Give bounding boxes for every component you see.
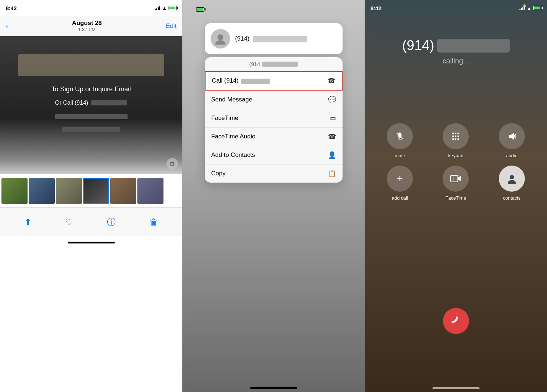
signal-icon-3	[519, 6, 525, 10]
contacts-button[interactable]: contacts	[488, 166, 536, 201]
status-time-3: 8:42	[370, 5, 381, 11]
nav-bar-photos: ‹ August 28 1:37 PM Edit	[0, 16, 182, 36]
calling-number-blurred	[437, 39, 510, 53]
battery-fill	[169, 7, 175, 9]
contact-avatar	[211, 29, 230, 49]
back-button[interactable]: ‹	[6, 22, 8, 30]
photo-corner-button[interactable]: ⊡	[166, 158, 178, 170]
copy-icon: 📋	[328, 170, 336, 178]
signal-icon	[155, 6, 160, 10]
thumbnail-2[interactable]	[29, 178, 55, 204]
facetime-audio-label: FaceTime Audio	[211, 133, 256, 140]
status-bar-p3: 8:42 ▲	[365, 0, 547, 16]
sign-overlay: To Sign Up or Inquire Email Or Call (914…	[0, 54, 182, 132]
call-label: Call (914)	[212, 77, 270, 84]
svg-rect-6	[455, 133, 456, 134]
audio-icon	[507, 131, 517, 141]
mute-icon	[395, 131, 405, 141]
thumbnail-6[interactable]	[137, 178, 163, 204]
nav-title: August 28 1:37 PM	[72, 20, 102, 32]
battery-icon-3	[533, 6, 541, 10]
svg-point-0	[217, 34, 223, 40]
svg-point-17	[508, 180, 516, 184]
end-call-circle	[443, 308, 469, 334]
audio-label: audio	[506, 153, 518, 158]
add-call-label: add call	[392, 195, 408, 201]
panel-photos: 8:42 ▲ ‹ August 28 1:37 PM Edit	[0, 0, 182, 392]
calling-number-block: (914) calling...	[365, 38, 547, 65]
wifi-icon: ▲	[162, 5, 167, 11]
menu-item-add-to-contacts[interactable]: Add to Contacts 👤	[205, 146, 343, 164]
photo-main-image: To Sign Up or Inquire Email Or Call (914…	[0, 36, 182, 174]
facetime-label: FaceTime	[446, 195, 466, 201]
facetime-button[interactable]: ? FaceTime	[431, 166, 480, 201]
keypad-circle	[443, 123, 469, 149]
send-message-label: Send Message	[211, 96, 252, 103]
sign-text-line2: Or Call (914)	[55, 100, 88, 106]
svg-rect-8	[452, 135, 454, 137]
menu-item-send-message[interactable]: Send Message 💬	[205, 91, 343, 109]
keypad-label: keypad	[448, 153, 464, 158]
facetime-icon: ?	[450, 174, 461, 183]
calling-status: calling...	[365, 57, 547, 65]
thumbnail-strip	[0, 174, 182, 207]
signal-bar-4	[159, 6, 160, 10]
heart-icon[interactable]: ♡	[65, 217, 73, 227]
keypad-icon	[451, 131, 461, 141]
audio-button[interactable]: audio	[488, 123, 536, 158]
contacts-icon	[507, 174, 517, 184]
svg-point-1	[215, 40, 225, 45]
message-icon: 💬	[328, 96, 336, 104]
keypad-button[interactable]: keypad	[431, 123, 480, 158]
mute-button[interactable]: mute	[376, 123, 424, 158]
share-icon[interactable]: ⬆	[24, 217, 32, 227]
end-call-button[interactable]	[443, 308, 469, 334]
sign-text-line1: To Sign Up or Inquire Email	[51, 84, 131, 95]
status-icons-1: ▲	[155, 5, 177, 11]
call-icon: ☎	[327, 77, 335, 85]
thumbnail-1[interactable]	[1, 178, 28, 204]
edit-button[interactable]: Edit	[166, 22, 177, 30]
svg-rect-13	[457, 138, 459, 140]
signal-bar-3-2	[521, 8, 522, 10]
facetime-circle: ?	[443, 166, 469, 192]
menu-item-copy[interactable]: Copy 📋	[205, 164, 343, 183]
menu-item-facetime[interactable]: FaceTime ▭	[205, 109, 343, 128]
svg-rect-7	[457, 133, 459, 134]
nav-time: 1:37 PM	[72, 27, 102, 32]
info-icon[interactable]: ⓘ	[107, 216, 116, 228]
add-call-button[interactable]: + add call	[376, 166, 424, 201]
home-indicator-3	[432, 387, 480, 389]
add-contact-icon: 👤	[328, 151, 336, 159]
menu-item-facetime-audio[interactable]: FaceTime Audio ☎	[205, 128, 343, 146]
context-menu: (914 Call (914) ☎ Send Message 💬 FaceTim…	[205, 57, 343, 183]
thumbnail-4-active[interactable]	[83, 178, 109, 204]
contacts-circle	[499, 166, 525, 192]
status-icons-3: ▲	[519, 5, 541, 11]
end-call-icon	[450, 315, 462, 327]
svg-rect-11	[452, 138, 454, 140]
trash-icon[interactable]: 🗑	[149, 217, 158, 227]
chevron-left-icon: ‹	[6, 22, 8, 30]
home-indicator-1	[0, 236, 182, 249]
video-icon: ▭	[330, 114, 336, 122]
signal-bar-3	[158, 7, 159, 10]
add-call-circle: +	[387, 166, 413, 192]
battery-icon-2	[196, 7, 204, 12]
signal-bar-1	[155, 9, 156, 10]
contact-number: (914)	[235, 35, 307, 42]
calling-number-text: (914)	[365, 38, 547, 53]
battery-fill-2	[197, 8, 203, 11]
status-time-1: 8:42	[6, 5, 17, 11]
menu-item-call[interactable]: Call (914) ☎	[205, 71, 343, 91]
svg-rect-5	[452, 133, 454, 134]
signal-bar-3-3	[522, 7, 523, 10]
thumbnail-3[interactable]	[56, 178, 82, 204]
home-bar-1	[68, 242, 115, 243]
battery-icon	[169, 6, 177, 10]
svg-rect-10	[457, 135, 459, 137]
thumbnail-5[interactable]	[110, 178, 136, 204]
signal-bar-2	[156, 8, 157, 10]
audio-circle	[499, 123, 525, 149]
copy-label: Copy	[211, 170, 226, 177]
